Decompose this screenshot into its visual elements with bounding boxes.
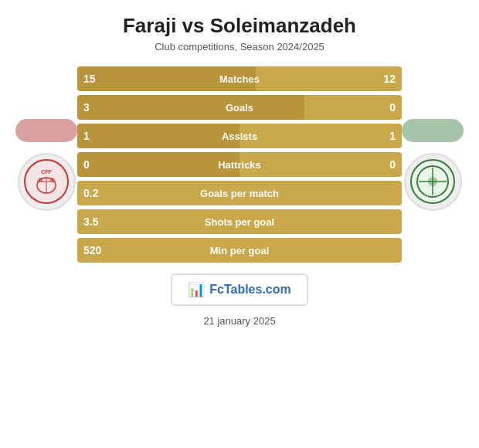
stat-bar-bg: 15Matches12	[77, 66, 402, 91]
stat-label: Goals	[226, 102, 253, 114]
page-container: Faraji vs Soleimanzadeh Club competition…	[0, 0, 479, 448]
right-team-area	[402, 119, 464, 211]
stat-bar-bg: 0Hattricks0	[77, 152, 402, 177]
stat-bar-bg: 3Goals0	[77, 95, 402, 120]
stat-label: Min per goal	[210, 245, 270, 256]
stat-right-value: 0	[389, 158, 396, 171]
stat-label: Goals per match	[200, 188, 279, 199]
left-decoration-pill	[15, 119, 77, 142]
page-subtitle: Club competitions, Season 2024/2025	[155, 41, 324, 53]
stat-fill-bar	[77, 95, 304, 120]
stat-left-value: 3	[83, 101, 90, 114]
left-team-logo: CFF	[18, 153, 76, 211]
stat-left-value: 1	[83, 130, 90, 142]
stat-fill-bar	[77, 152, 240, 177]
stat-label: Matches	[219, 73, 260, 85]
stat-bar-bg: 3.5Shots per goal	[77, 209, 402, 234]
right-decoration-pill	[402, 119, 464, 142]
svg-text:CFF: CFF	[41, 169, 52, 175]
watermark-box: 📊 FcTables.com	[171, 273, 308, 306]
stat-bar-bg: 0.2Goals per match	[77, 181, 402, 205]
stat-row: 520Min per goal	[77, 238, 402, 263]
stat-left-value: 3.5	[83, 216, 98, 228]
stat-label: Hattricks	[218, 159, 261, 171]
left-team-area: CFF	[15, 119, 77, 211]
stat-left-value: 520	[83, 244, 101, 256]
svg-point-6	[50, 178, 55, 182]
stat-fill-bar	[77, 124, 240, 148]
stat-left-value: 0	[83, 158, 90, 171]
stat-left-value: 15	[83, 73, 96, 85]
stat-row: 0.2Goals per match	[77, 181, 402, 205]
page-title: Faraji vs Soleimanzadeh	[123, 14, 356, 38]
stat-label: Shots per goal	[205, 216, 274, 228]
left-logo-svg: CFF	[23, 158, 70, 205]
stat-left-value: 0.2	[83, 187, 98, 199]
right-logo-svg	[409, 158, 456, 205]
stats-section: CFF 15Matches123Goals01Assists10Hattrick…	[15, 66, 464, 263]
stat-label: Assists	[222, 131, 257, 142]
svg-point-5	[38, 178, 42, 182]
watermark-text: FcTables.com	[209, 283, 291, 297]
svg-point-9	[428, 177, 437, 186]
bars-container: 15Matches123Goals01Assists10Hattricks00.…	[77, 66, 402, 263]
stat-row: 1Assists1	[77, 124, 402, 148]
stat-row: 0Hattricks0	[77, 152, 402, 177]
stat-row: 3Goals0	[77, 95, 402, 120]
stat-bar-bg: 520Min per goal	[77, 238, 402, 263]
right-team-logo	[404, 153, 462, 211]
stat-row: 15Matches12	[77, 66, 402, 91]
stat-right-value: 12	[383, 73, 396, 85]
footer-date: 21 january 2025	[203, 315, 275, 327]
watermark-icon: 📊	[188, 281, 205, 298]
stat-bar-bg: 1Assists1	[77, 124, 402, 148]
stat-right-value: 0	[389, 101, 396, 114]
stat-row: 3.5Shots per goal	[77, 209, 402, 234]
stat-right-value: 1	[389, 130, 396, 142]
